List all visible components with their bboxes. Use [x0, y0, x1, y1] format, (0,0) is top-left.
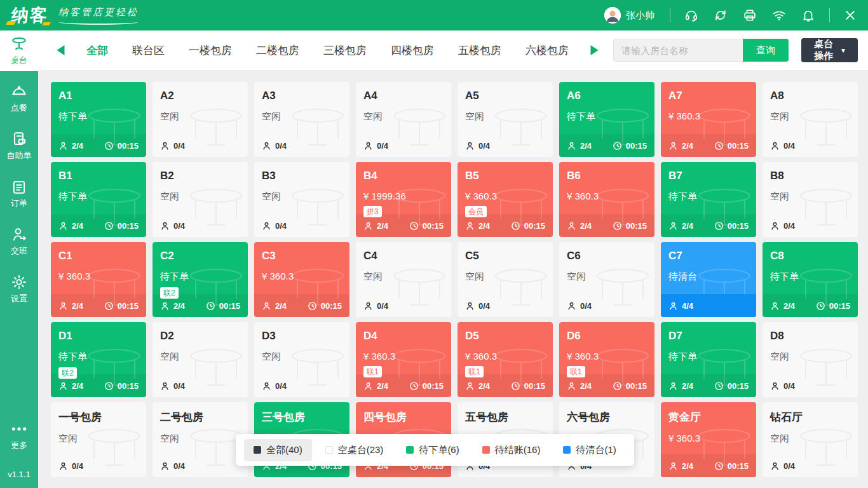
- table-card-A6[interactable]: A6待下单2/400:15: [559, 82, 654, 157]
- search-input[interactable]: [613, 39, 743, 62]
- table-card-D1[interactable]: D1待下单联22/400:15: [51, 322, 146, 397]
- table-card-D2[interactable]: D2空闲0/4: [153, 322, 248, 397]
- table-card-C2[interactable]: C2待下单联22/400:15: [153, 242, 248, 317]
- tab-三楼包房[interactable]: 三楼包房: [323, 43, 367, 58]
- table-card-一号包房[interactable]: 一号包房空闲0/4: [51, 402, 146, 477]
- table-status: 待下单: [58, 191, 139, 203]
- sidebar-item-自助单[interactable]: 自助单: [0, 126, 38, 166]
- table-card-B6[interactable]: B6¥ 360.32/400:15: [559, 162, 654, 237]
- table-card-B2[interactable]: B2空闲0/4: [153, 162, 248, 237]
- table-card-二号包房[interactable]: 二号包房空闲0/4: [153, 402, 248, 477]
- avatar[interactable]: [604, 7, 621, 24]
- table-status: ¥ 360.3: [58, 271, 139, 281]
- sidebar-item-点餐[interactable]: 点餐: [0, 78, 38, 119]
- table-card-B8[interactable]: B8空闲0/4: [763, 162, 858, 237]
- table-card-钻石厅[interactable]: 钻石厅空闲0/4: [763, 402, 858, 477]
- tab-五楼包房[interactable]: 五楼包房: [458, 43, 501, 58]
- table-card-C3[interactable]: C3¥ 360.32/400:15: [254, 242, 349, 317]
- legend-item-待清台(1)[interactable]: 待清台(1): [553, 439, 625, 461]
- tabs-prev-icon[interactable]: [56, 44, 65, 56]
- wifi-icon[interactable]: [772, 8, 786, 22]
- table-card-B7[interactable]: B7待下单2/400:15: [661, 162, 756, 237]
- table-tag: 会员: [465, 206, 487, 217]
- table-name: D7: [668, 330, 749, 342]
- user-name[interactable]: 张小帅: [626, 10, 654, 22]
- tab-四楼包房[interactable]: 四楼包房: [391, 43, 434, 58]
- table-card-A3[interactable]: A3空闲0/4: [254, 82, 349, 157]
- tab-联台区[interactable]: 联台区: [132, 43, 165, 58]
- table-card-A5[interactable]: A5空闲0/4: [458, 82, 553, 157]
- legend-item-全部(40)[interactable]: 全部(40): [244, 439, 312, 461]
- occupancy: 2/4: [668, 141, 693, 151]
- legend-item-空桌台(23)[interactable]: 空桌台(23): [316, 439, 393, 461]
- table-card-footer: 2/400:15: [356, 214, 451, 237]
- occupancy: 0/4: [262, 381, 287, 391]
- table-card-D8[interactable]: D8空闲0/4: [763, 322, 858, 397]
- sidebar-item-label: 设置: [11, 293, 27, 304]
- search-button[interactable]: 查询: [743, 39, 789, 62]
- dwell-time: 00:15: [613, 381, 647, 391]
- table-card-A7[interactable]: A7¥ 360.32/400:15: [661, 82, 756, 157]
- tabs-next-icon[interactable]: [590, 44, 599, 56]
- table-card-D7[interactable]: D7待下单2/400:15: [661, 322, 756, 397]
- sidebar-item-more[interactable]: 更多: [0, 416, 38, 456]
- sidebar-item-label: 桌台: [11, 55, 27, 66]
- table-card-B4[interactable]: B4¥ 1999.36拼32/400:15: [356, 162, 451, 237]
- sidebar-item-设置[interactable]: 设置: [0, 269, 38, 309]
- table-status: 空闲: [770, 111, 850, 123]
- sidebar-item-订单[interactable]: 订单: [0, 173, 38, 214]
- table-card-C6[interactable]: C6空闲0/4: [559, 242, 654, 317]
- tab-六楼包房[interactable]: 六楼包房: [526, 43, 569, 58]
- table-card-A2[interactable]: A2空闲0/4: [153, 82, 248, 157]
- table-card-C7[interactable]: C7待清台4/4: [661, 242, 756, 317]
- table-card-D4[interactable]: D4¥ 360.3联12/400:15: [356, 322, 451, 397]
- table-card-B1[interactable]: B1待下单2/400:15: [51, 162, 146, 237]
- sidebar-item-桌台[interactable]: 桌台: [0, 30, 38, 71]
- table-ops-button[interactable]: 桌台操作 ▼: [801, 38, 858, 62]
- table-card-C5[interactable]: C5空闲0/4: [458, 242, 553, 317]
- legend-item-待下单(6)[interactable]: 待下单(6): [397, 439, 468, 461]
- table-card-A4[interactable]: A4空闲0/4: [356, 82, 451, 157]
- table-name: 六号包房: [567, 410, 647, 424]
- close-icon[interactable]: [844, 9, 857, 22]
- tab-一楼包房[interactable]: 一楼包房: [189, 43, 232, 58]
- legend-color-swatch: [325, 446, 333, 454]
- occupancy: 0/4: [58, 461, 83, 471]
- header-icons: [677, 8, 823, 22]
- tab-全部[interactable]: 全部: [86, 43, 108, 58]
- table-status: 空闲: [363, 271, 444, 283]
- table-card-footer: 2/400:15: [661, 454, 756, 477]
- support-icon[interactable]: [684, 8, 698, 22]
- printer-icon[interactable]: [743, 8, 757, 22]
- table-card-C4[interactable]: C4空闲0/4: [356, 242, 451, 317]
- table-name: 钻石厅: [770, 410, 850, 424]
- occupancy: 2/4: [58, 221, 83, 231]
- table-card-C8[interactable]: C8待下单2/400:15: [763, 242, 858, 317]
- table-card-D6[interactable]: D6¥ 360.3联12/400:15: [559, 322, 654, 397]
- table-card-B3[interactable]: B3空闲0/4: [254, 162, 349, 237]
- sidebar-item-交班[interactable]: 交班: [0, 221, 38, 262]
- table-name: A7: [668, 90, 749, 102]
- table-card-黄金厅[interactable]: 黄金厅¥ 360.32/400:15: [661, 402, 756, 477]
- table-card-C1[interactable]: C1¥ 360.32/400:15: [51, 242, 146, 317]
- table-card-footer: 2/400:15: [559, 134, 654, 157]
- table-name: B5: [465, 170, 545, 182]
- bell-icon[interactable]: [801, 8, 815, 22]
- status-legend: 全部(40)空桌台(23)待下单(6)待结账(16)待清台(1): [236, 434, 634, 466]
- table-card-B5[interactable]: B5¥ 360.3会员2/400:15: [458, 162, 553, 237]
- table-name: B7: [668, 170, 749, 182]
- occupancy: 0/4: [770, 141, 795, 151]
- tab-二楼包房[interactable]: 二楼包房: [256, 43, 299, 58]
- dwell-time: 00:15: [104, 221, 139, 231]
- table-card-A8[interactable]: A8空闲0/4: [763, 82, 858, 157]
- table-status: 待下单: [770, 271, 850, 283]
- table-name: 三号包房: [262, 410, 342, 424]
- table-card-A1[interactable]: A1待下单2/400:15: [51, 82, 146, 157]
- legend-label: 空桌台(23): [338, 444, 384, 456]
- table-name: D5: [465, 330, 545, 342]
- table-card-D5[interactable]: D5¥ 360.3联12/400:15: [458, 322, 553, 397]
- legend-item-待结账(16)[interactable]: 待结账(16): [473, 439, 550, 461]
- table-card-D3[interactable]: D3空闲0/4: [254, 322, 349, 397]
- sync-icon[interactable]: [714, 8, 728, 22]
- table-status: 空闲: [465, 111, 545, 123]
